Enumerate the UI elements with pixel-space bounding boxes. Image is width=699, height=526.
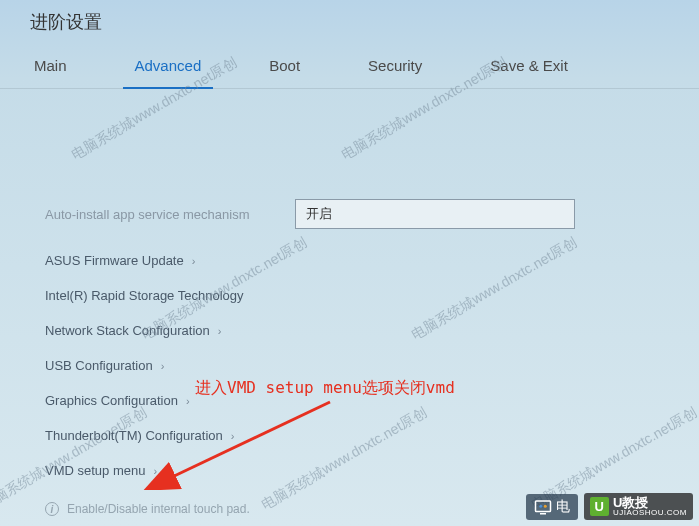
tab-main[interactable]: Main — [30, 49, 71, 88]
page-title: 进阶设置 — [30, 10, 669, 34]
chevron-right-icon: › — [218, 325, 222, 337]
logo-ujiaoshou: U U教授 UJIAOSHOU.COM — [584, 493, 693, 520]
menu-label: USB Configuration — [45, 358, 153, 373]
menu-vmd-setup[interactable]: VMD setup menu › — [45, 457, 654, 484]
info-icon: i — [45, 502, 59, 516]
tab-save-exit[interactable]: Save & Exit — [486, 49, 572, 88]
logo1-text: 电 — [556, 498, 570, 516]
svg-rect-2 — [535, 501, 550, 512]
watermark-logos: 电 U U教授 UJIAOSHOU.COM — [526, 493, 693, 520]
tab-bar: Main Advanced Boot Security Save & Exit — [0, 39, 699, 89]
chevron-right-icon: › — [161, 360, 165, 372]
footer-help-text: Enable/Disable internal touch pad. — [67, 502, 250, 516]
setting-label-auto-install: Auto-install app service mechanism — [45, 207, 295, 222]
menu-asus-firmware-update[interactable]: ASUS Firmware Update › — [45, 247, 654, 274]
menu-usb-config[interactable]: USB Configuration › — [45, 352, 654, 379]
monitor-icon — [534, 498, 552, 516]
tab-advanced[interactable]: Advanced — [131, 49, 206, 88]
tab-security[interactable]: Security — [364, 49, 426, 88]
logo2-badge: U — [590, 497, 609, 516]
svg-point-4 — [539, 504, 542, 507]
setting-value-auto-install[interactable]: 开启 — [295, 199, 575, 229]
logo-dnxtc: 电 — [526, 494, 578, 520]
svg-line-1 — [170, 402, 330, 478]
svg-point-5 — [543, 504, 546, 507]
menu-label: Intel(R) Rapid Storage Technology — [45, 288, 244, 303]
menu-intel-rst[interactable]: Intel(R) Rapid Storage Technology — [45, 282, 654, 309]
tab-boot[interactable]: Boot — [265, 49, 304, 88]
annotation-arrow-icon — [140, 390, 340, 490]
menu-label: Network Stack Configuration — [45, 323, 210, 338]
svg-rect-3 — [540, 513, 546, 515]
menu-thunderbolt-config[interactable]: Thunderbolt(TM) Configuration › — [45, 422, 654, 449]
menu-label: VMD setup menu — [45, 463, 145, 478]
chevron-right-icon: › — [192, 255, 196, 267]
footer-help: i Enable/Disable internal touch pad. — [45, 502, 250, 516]
menu-network-stack[interactable]: Network Stack Configuration › — [45, 317, 654, 344]
annotation-text: 进入VMD setup menu选项关闭vmd — [195, 378, 455, 399]
menu-label: ASUS Firmware Update — [45, 253, 184, 268]
logo2-sub: UJIAOSHOU.COM — [613, 509, 687, 517]
